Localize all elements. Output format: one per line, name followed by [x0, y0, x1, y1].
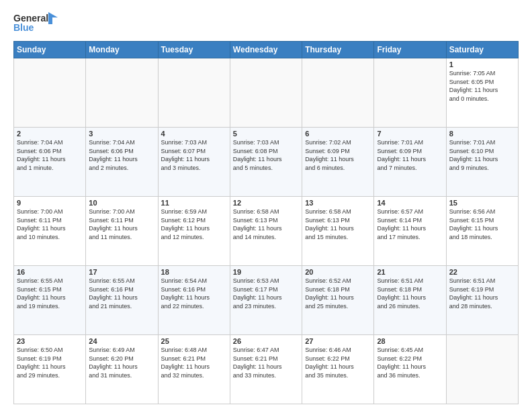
- day-info: Sunrise: 6:55 AM Sunset: 6:16 PM Dayligh…: [89, 277, 154, 310]
- day-info: Sunrise: 6:58 AM Sunset: 6:13 PM Dayligh…: [305, 208, 371, 241]
- header-day-monday: Monday: [86, 42, 158, 58]
- day-number: 1: [449, 60, 515, 68]
- svg-marker-2: [48, 12, 58, 24]
- day-info: Sunrise: 6:48 AM Sunset: 6:21 PM Dayligh…: [161, 346, 227, 379]
- calendar-cell: [374, 58, 446, 128]
- calendar-cell: 23Sunrise: 6:50 AM Sunset: 6:19 PM Dayli…: [14, 335, 86, 404]
- day-number: 7: [377, 130, 443, 138]
- day-number: 19: [233, 268, 299, 276]
- calendar-cell: 15Sunrise: 6:56 AM Sunset: 6:15 PM Dayli…: [446, 197, 518, 266]
- header-day-sunday: Sunday: [14, 42, 86, 58]
- calendar-cell: 2Sunrise: 7:04 AM Sunset: 6:06 PM Daylig…: [14, 128, 86, 197]
- day-info: Sunrise: 7:01 AM Sunset: 6:09 PM Dayligh…: [377, 138, 443, 172]
- calendar-cell: [302, 58, 374, 128]
- calendar-cell: [230, 58, 302, 128]
- day-info: Sunrise: 7:00 AM Sunset: 6:11 PM Dayligh…: [89, 208, 154, 241]
- day-info: Sunrise: 6:56 AM Sunset: 6:15 PM Dayligh…: [449, 208, 515, 241]
- day-number: 8: [449, 130, 515, 138]
- calendar-cell: 28Sunrise: 6:45 AM Sunset: 6:22 PM Dayli…: [374, 335, 446, 404]
- day-info: Sunrise: 6:52 AM Sunset: 6:18 PM Dayligh…: [305, 277, 371, 310]
- week-row-3: 16Sunrise: 6:55 AM Sunset: 6:15 PM Dayli…: [14, 266, 519, 335]
- day-info: Sunrise: 6:54 AM Sunset: 6:16 PM Dayligh…: [161, 277, 227, 310]
- calendar-cell: 21Sunrise: 6:51 AM Sunset: 6:18 PM Dayli…: [374, 266, 446, 335]
- day-number: 2: [17, 130, 83, 138]
- page: GeneralBlue SundayMondayTuesdayWednesday…: [0, 0, 532, 411]
- calendar-cell: 19Sunrise: 6:53 AM Sunset: 6:17 PM Dayli…: [230, 266, 302, 335]
- calendar-cell: 25Sunrise: 6:48 AM Sunset: 6:21 PM Dayli…: [158, 335, 230, 404]
- calendar-cell: 14Sunrise: 6:57 AM Sunset: 6:14 PM Dayli…: [374, 197, 446, 266]
- day-info: Sunrise: 6:59 AM Sunset: 6:12 PM Dayligh…: [161, 208, 227, 241]
- calendar-cell: 6Sunrise: 7:02 AM Sunset: 6:09 PM Daylig…: [302, 128, 374, 197]
- calendar-cell: 8Sunrise: 7:01 AM Sunset: 6:10 PM Daylig…: [446, 128, 518, 197]
- header-day-friday: Friday: [374, 42, 446, 58]
- week-row-0: 1Sunrise: 7:05 AM Sunset: 6:05 PM Daylig…: [14, 58, 519, 128]
- calendar-header: SundayMondayTuesdayWednesdayThursdayFrid…: [14, 42, 519, 58]
- header: GeneralBlue: [13, 11, 519, 34]
- day-info: Sunrise: 6:50 AM Sunset: 6:19 PM Dayligh…: [17, 346, 83, 379]
- day-number: 6: [305, 130, 371, 138]
- day-number: 28: [377, 337, 443, 345]
- calendar-table: SundayMondayTuesdayWednesdayThursdayFrid…: [13, 41, 519, 404]
- day-number: 24: [89, 337, 154, 345]
- day-info: Sunrise: 6:49 AM Sunset: 6:20 PM Dayligh…: [89, 346, 154, 379]
- calendar-cell: 3Sunrise: 7:04 AM Sunset: 6:06 PM Daylig…: [86, 128, 158, 197]
- day-info: Sunrise: 6:53 AM Sunset: 6:17 PM Dayligh…: [233, 277, 299, 310]
- day-number: 23: [17, 337, 83, 345]
- day-info: Sunrise: 6:47 AM Sunset: 6:21 PM Dayligh…: [233, 346, 299, 379]
- day-info: Sunrise: 6:45 AM Sunset: 6:22 PM Dayligh…: [377, 346, 443, 379]
- day-info: Sunrise: 6:57 AM Sunset: 6:14 PM Dayligh…: [377, 208, 443, 241]
- day-number: 13: [305, 199, 371, 207]
- day-info: Sunrise: 7:04 AM Sunset: 6:06 PM Dayligh…: [17, 138, 83, 172]
- calendar-cell: 22Sunrise: 6:51 AM Sunset: 6:19 PM Dayli…: [446, 266, 518, 335]
- day-number: 21: [377, 268, 443, 276]
- week-row-1: 2Sunrise: 7:04 AM Sunset: 6:06 PM Daylig…: [14, 128, 519, 197]
- day-number: 3: [89, 130, 154, 138]
- day-number: 9: [17, 199, 83, 207]
- day-number: 5: [233, 130, 299, 138]
- calendar-cell: 17Sunrise: 6:55 AM Sunset: 6:16 PM Dayli…: [86, 266, 158, 335]
- day-number: 10: [89, 199, 154, 207]
- calendar-cell: 27Sunrise: 6:46 AM Sunset: 6:22 PM Dayli…: [302, 335, 374, 404]
- calendar-body: 1Sunrise: 7:05 AM Sunset: 6:05 PM Daylig…: [14, 58, 519, 404]
- calendar-cell: [158, 58, 230, 128]
- day-number: 25: [161, 337, 227, 345]
- calendar-cell: 13Sunrise: 6:58 AM Sunset: 6:13 PM Dayli…: [302, 197, 374, 266]
- calendar-cell: 5Sunrise: 7:03 AM Sunset: 6:08 PM Daylig…: [230, 128, 302, 197]
- day-number: 11: [161, 199, 227, 207]
- day-info: Sunrise: 6:46 AM Sunset: 6:22 PM Dayligh…: [305, 346, 371, 379]
- day-info: Sunrise: 7:02 AM Sunset: 6:09 PM Dayligh…: [305, 138, 371, 172]
- calendar-cell: 24Sunrise: 6:49 AM Sunset: 6:20 PM Dayli…: [86, 335, 158, 404]
- calendar-cell: 12Sunrise: 6:58 AM Sunset: 6:13 PM Dayli…: [230, 197, 302, 266]
- day-number: 18: [161, 268, 227, 276]
- day-info: Sunrise: 6:51 AM Sunset: 6:18 PM Dayligh…: [377, 277, 443, 310]
- day-info: Sunrise: 7:03 AM Sunset: 6:07 PM Dayligh…: [161, 138, 227, 172]
- day-info: Sunrise: 7:00 AM Sunset: 6:11 PM Dayligh…: [17, 208, 83, 241]
- calendar-cell: [446, 335, 518, 404]
- day-info: Sunrise: 7:04 AM Sunset: 6:06 PM Dayligh…: [89, 138, 154, 172]
- header-day-saturday: Saturday: [446, 42, 518, 58]
- header-day-wednesday: Wednesday: [230, 42, 302, 58]
- calendar-cell: 16Sunrise: 6:55 AM Sunset: 6:15 PM Dayli…: [14, 266, 86, 335]
- calendar-cell: 26Sunrise: 6:47 AM Sunset: 6:21 PM Dayli…: [230, 335, 302, 404]
- svg-text:Blue: Blue: [13, 22, 34, 33]
- calendar-cell: 11Sunrise: 6:59 AM Sunset: 6:12 PM Dayli…: [158, 197, 230, 266]
- day-info: Sunrise: 7:03 AM Sunset: 6:08 PM Dayligh…: [233, 138, 299, 172]
- header-day-tuesday: Tuesday: [158, 42, 230, 58]
- day-number: 26: [233, 337, 299, 345]
- header-row: SundayMondayTuesdayWednesdayThursdayFrid…: [14, 42, 519, 58]
- day-number: 16: [17, 268, 83, 276]
- day-info: Sunrise: 7:01 AM Sunset: 6:10 PM Dayligh…: [449, 138, 515, 172]
- logo: GeneralBlue: [13, 11, 60, 34]
- day-number: 15: [449, 199, 515, 207]
- calendar-cell: [14, 58, 86, 128]
- day-info: Sunrise: 6:58 AM Sunset: 6:13 PM Dayligh…: [233, 208, 299, 241]
- calendar-cell: 7Sunrise: 7:01 AM Sunset: 6:09 PM Daylig…: [374, 128, 446, 197]
- day-info: Sunrise: 6:55 AM Sunset: 6:15 PM Dayligh…: [17, 277, 83, 310]
- day-number: 14: [377, 199, 443, 207]
- day-number: 12: [233, 199, 299, 207]
- day-number: 27: [305, 337, 371, 345]
- logo-svg: GeneralBlue: [13, 11, 60, 34]
- day-number: 22: [449, 268, 515, 276]
- day-info: Sunrise: 6:51 AM Sunset: 6:19 PM Dayligh…: [449, 277, 515, 310]
- day-number: 17: [89, 268, 154, 276]
